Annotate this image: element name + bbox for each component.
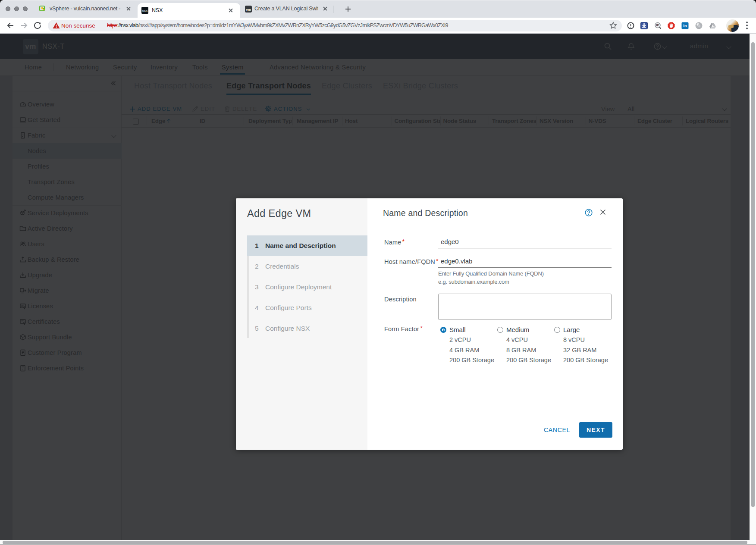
vertical-scrollbar-thumb[interactable] xyxy=(751,42,755,507)
url-host: ://nsx.vlab xyxy=(117,22,138,28)
info-icon[interactable] xyxy=(627,22,634,29)
x-icon xyxy=(600,209,606,215)
browser-menu-button[interactable] xyxy=(743,21,750,30)
browser-addressbar: Non sécurisé https://nsx.vlab/nsx/#/app/… xyxy=(0,18,756,34)
radio-small[interactable] xyxy=(440,327,446,333)
tab-close-icon[interactable] xyxy=(227,6,235,14)
drive-icon[interactable] xyxy=(709,22,716,29)
next-button[interactable]: NEXT xyxy=(579,422,612,438)
name-label: Name* xyxy=(384,238,405,246)
tab-title: Create a VLAN Logical Switch f xyxy=(254,0,318,18)
add-edge-vm-modal: Add Edge VM 1 Name and Description 2 Cre… xyxy=(236,198,623,450)
wizard-step-4[interactable]: 4 Configure Ports xyxy=(247,298,367,318)
window-corner xyxy=(0,0,3,3)
svg-text:NSX: NSX xyxy=(142,9,147,12)
url-text[interactable]: https://nsx.vlab/nsx/#/app/system/home/n… xyxy=(107,20,448,31)
wizard-sidebar: Add Edge VM 1 Name and Description 2 Cre… xyxy=(236,198,367,450)
linkedin-icon[interactable]: in xyxy=(681,22,689,29)
form-factor-label: Form Factor* xyxy=(384,325,423,332)
wizard-step-5[interactable]: 5 Configure NSX xyxy=(247,318,367,339)
window-corner xyxy=(753,0,756,3)
tab-nsx[interactable]: NSX NSX xyxy=(138,3,240,18)
stop-hand-icon[interactable] xyxy=(668,22,675,29)
name-input[interactable]: edge0 xyxy=(441,238,612,245)
radio-medium[interactable] xyxy=(497,327,503,333)
svg-text:vm: vm xyxy=(246,8,251,12)
wizard-step-2[interactable]: 2 Credentials xyxy=(247,256,367,277)
traffic-light-zoom-button[interactable] xyxy=(23,6,28,11)
kebab-dots-icon xyxy=(746,22,748,23)
vsphere-favicon-icon xyxy=(39,6,46,13)
required-asterisk: * xyxy=(420,325,423,332)
close-x-icon xyxy=(321,5,329,13)
reload-button[interactable] xyxy=(33,21,42,30)
svg-text:in: in xyxy=(683,23,687,28)
screen: vSphere - vulcain.naoned.net - NSX NSX v… xyxy=(0,0,756,545)
wizard-step-3[interactable]: 3 Configure Deployment xyxy=(247,277,367,298)
input-underline xyxy=(438,267,612,268)
tab-vlan-doc[interactable]: vm Create a VLAN Logical Switch f xyxy=(240,0,333,18)
required-asterisk: * xyxy=(402,238,405,245)
nsx-favicon-icon: NSX xyxy=(141,7,148,14)
cancel-button[interactable]: CANCEL xyxy=(544,426,570,433)
new-tab-button[interactable] xyxy=(344,5,352,13)
radio-large-label[interactable]: Large xyxy=(563,326,580,333)
tab-title: vSphere - vulcain.naoned.net - xyxy=(50,0,126,18)
security-warning-icon[interactable] xyxy=(53,22,60,29)
extensions-separator xyxy=(723,22,723,30)
plus-icon xyxy=(344,5,352,13)
radio-small-label[interactable]: Small xyxy=(449,326,466,333)
fqdn-help-line1: Enter Fully Qualified Domain Name (FQDN) xyxy=(438,270,544,277)
svg-text:IP: IP xyxy=(656,23,659,27)
bookmark-star-icon[interactable] xyxy=(609,22,617,29)
ip-lookup-icon[interactable]: IP xyxy=(654,22,662,29)
window-top-edge xyxy=(0,0,756,0)
browser-tabstrip: vSphere - vulcain.naoned.net - NSX NSX v… xyxy=(0,0,756,18)
radio-large[interactable] xyxy=(554,327,560,333)
url-path: /nsx/#/app/system/home/nodes?p=dmlldz1mY… xyxy=(138,22,448,28)
profile-avatar[interactable] xyxy=(726,19,739,32)
security-warning-label[interactable]: Non sécurisé xyxy=(61,20,95,31)
large-specs: 8 vCPU32 GB RAM200 GB Storage xyxy=(563,335,608,366)
modal-close-icon[interactable] xyxy=(600,209,606,215)
fqdn-label: Host name/FQDN* xyxy=(384,257,439,265)
forward-button[interactable] xyxy=(20,21,28,30)
back-button[interactable] xyxy=(6,21,15,30)
medium-specs: 4 vCPU8 GB RAM200 GB Storage xyxy=(506,335,551,366)
omnibox-separator xyxy=(102,22,102,29)
close-x-icon xyxy=(227,6,235,14)
horizontal-scrollbar-thumb[interactable] xyxy=(3,541,747,544)
wizard-step-1[interactable]: 1 Name and Description xyxy=(247,235,367,256)
wizard-panel: Name and Description Name* edge0 Host na… xyxy=(367,198,623,450)
close-x-icon xyxy=(125,5,132,13)
radio-medium-label[interactable]: Medium xyxy=(506,326,529,333)
url-scheme: https xyxy=(107,22,117,28)
tab-separator xyxy=(333,6,333,13)
input-underline xyxy=(438,248,612,248)
vmware-favicon-icon: vm xyxy=(245,6,252,13)
small-specs: 2 vCPU4 GB RAM200 GB Storage xyxy=(449,335,494,366)
fqdn-input[interactable]: edge0.vlab xyxy=(441,257,612,265)
panel-heading: Name and Description xyxy=(383,208,468,218)
modal-title: Add Edge VM xyxy=(247,208,311,219)
tab-close-icon[interactable] xyxy=(321,5,329,13)
required-asterisk: * xyxy=(436,257,439,264)
fqdn-help-line2: e.g. subdomain.example.com xyxy=(438,279,509,285)
tab-title: NSX xyxy=(152,3,223,18)
traffic-light-minimize-button[interactable] xyxy=(14,6,19,11)
downloader-icon[interactable] xyxy=(640,22,648,29)
tab-close-icon[interactable] xyxy=(125,5,132,13)
tab-vsphere[interactable]: vSphere - vulcain.naoned.net - xyxy=(32,0,136,18)
description-label: Description xyxy=(384,296,417,303)
sphere-icon[interactable] xyxy=(695,22,703,29)
modal-help-icon[interactable] xyxy=(585,209,593,216)
description-textarea[interactable] xyxy=(438,294,612,320)
traffic-light-close-button[interactable] xyxy=(6,6,10,11)
